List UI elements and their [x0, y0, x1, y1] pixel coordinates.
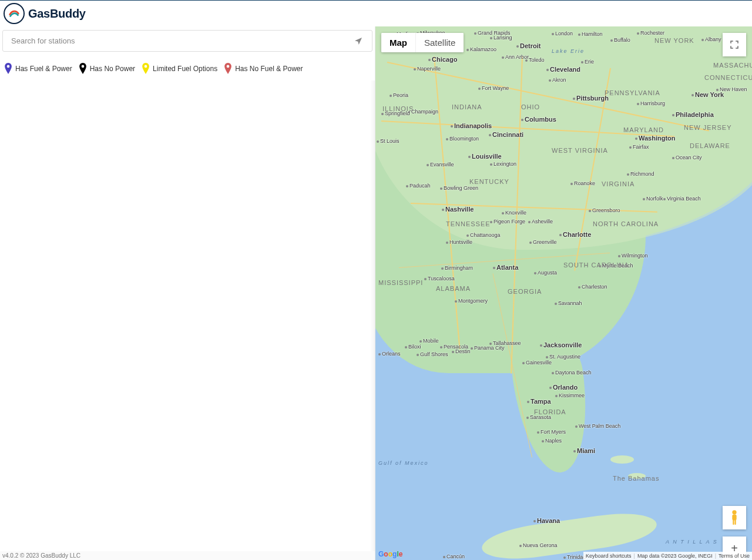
- city-dot-icon: [521, 119, 523, 121]
- city-label: Savannah: [555, 300, 582, 306]
- city-name: Wilmington: [622, 253, 648, 259]
- city-dot-icon: [691, 94, 694, 96]
- city-label: Nashville: [442, 206, 474, 213]
- keyboard-shortcuts-link[interactable]: Keyboard shortcuts: [586, 553, 632, 559]
- city-dot-icon: [663, 198, 666, 200]
- city-name: Paducah: [409, 183, 431, 189]
- city-label: Destin: [452, 348, 471, 354]
- city-dot-icon: [424, 278, 427, 280]
- city-dot-icon: [529, 242, 532, 244]
- city-dot-icon: [440, 187, 442, 190]
- city-label: Lexington: [490, 161, 516, 167]
- city-label: St Louis: [377, 138, 400, 144]
- city-label: Harrisburg: [637, 100, 665, 106]
- city-label: Cincinnati: [489, 131, 523, 138]
- city-dot-icon: [452, 351, 454, 353]
- city-label: Roanoke: [570, 180, 595, 186]
- city-dot-icon: [555, 395, 558, 397]
- city-name: Champaign: [411, 109, 438, 115]
- city-dot-icon: [427, 164, 429, 166]
- svg-point-4: [732, 510, 736, 514]
- map-type-map-button[interactable]: Map: [381, 33, 415, 52]
- city-label: Columbus: [521, 116, 556, 123]
- city-name: Greenville: [533, 239, 557, 245]
- city-label: Knoxville: [502, 210, 526, 216]
- city-dot-icon: [528, 221, 531, 223]
- city-dot-icon: [502, 212, 504, 214]
- city-dot-icon: [527, 401, 529, 403]
- pin-icon: [4, 62, 13, 75]
- city-dot-icon: [478, 88, 481, 90]
- city-dot-icon: [573, 98, 575, 100]
- state-label: NEW JERSEY: [684, 124, 732, 131]
- city-dot-icon: [502, 56, 504, 59]
- google-logo[interactable]: Google: [378, 550, 402, 558]
- city-name: Akron: [552, 77, 566, 83]
- fullscreen-button[interactable]: [723, 33, 746, 56]
- city-dot-icon: [701, 39, 704, 41]
- city-dot-icon: [468, 156, 471, 158]
- map-type-satellite-button[interactable]: Satellite: [416, 33, 464, 52]
- water-label: A N T I L L A S: [666, 539, 718, 545]
- city-label: Ann Arbor: [502, 54, 529, 60]
- terms-link[interactable]: Terms of Use: [719, 553, 750, 559]
- city-name: Chattanooga: [470, 232, 501, 238]
- city-name: Atlanta: [496, 264, 518, 271]
- city-name: Harrisburg: [640, 100, 665, 106]
- city-label: Evansville: [427, 162, 454, 167]
- city-name: Chicago: [432, 56, 457, 63]
- scrollbar[interactable]: [370, 81, 375, 560]
- pegman-button[interactable]: [723, 506, 746, 529]
- city-name: Fairfax: [633, 144, 649, 150]
- city-label: Hamilton: [578, 31, 603, 37]
- city-dot-icon: [414, 68, 416, 71]
- city-name: Jacksonville: [543, 341, 582, 348]
- city-label: Charleston: [578, 284, 607, 290]
- city-dot-icon: [637, 32, 639, 35]
- city-label: Richmond: [627, 171, 654, 177]
- city-label: Peoria: [390, 92, 408, 98]
- city-label: London: [552, 31, 573, 36]
- city-dot-icon: [489, 134, 491, 136]
- city-dot-icon: [417, 354, 419, 356]
- locate-button[interactable]: [352, 35, 365, 48]
- svg-rect-5: [732, 515, 736, 521]
- state-label: CONNECTICUT: [704, 74, 752, 81]
- city-dot-icon: [446, 242, 448, 244]
- city-name: Naples: [545, 438, 562, 444]
- city-label: Ocean City: [672, 155, 702, 160]
- city-label: Lansing: [490, 35, 512, 41]
- city-dot-icon: [443, 556, 445, 558]
- city-dot-icon: [610, 39, 613, 42]
- map-type-toggle: Map Satellite: [381, 33, 464, 52]
- city-dot-icon: [589, 210, 591, 212]
- city-name: Peoria: [393, 92, 408, 98]
- city-dot-icon: [466, 49, 469, 51]
- city-label: Montgomery: [455, 298, 488, 304]
- city-label: Jacksonville: [540, 341, 582, 348]
- city-name: Columbus: [525, 116, 556, 123]
- city-dot-icon: [466, 234, 469, 237]
- city-name: Norfolk: [646, 196, 663, 202]
- city-label: Erie: [581, 59, 594, 65]
- city-name: Sarasota: [530, 414, 551, 420]
- city-name: Daytona Beach: [555, 370, 592, 375]
- city-name: Orlando: [553, 384, 578, 391]
- city-dot-icon: [490, 221, 492, 223]
- city-dot-icon: [549, 79, 551, 82]
- city-label: Kalamazoo: [466, 46, 496, 52]
- city-dot-icon: [546, 69, 549, 71]
- city-dot-icon: [716, 89, 719, 91]
- city-label: Asheville: [528, 219, 553, 224]
- state-label: GEORGIA: [508, 288, 542, 295]
- search-input[interactable]: [10, 36, 352, 46]
- city-dot-icon: [419, 340, 422, 343]
- city-dot-icon: [522, 362, 525, 364]
- city-name: Birmingham: [445, 265, 473, 271]
- city-label: Albany: [701, 36, 721, 42]
- logo[interactable]: GasBuddy: [4, 3, 86, 24]
- city-label: Philadelphia: [672, 111, 714, 118]
- city-dot-icon: [578, 286, 580, 289]
- city-dot-icon: [672, 114, 674, 116]
- map[interactable]: ILLINOISINDIANAOHIOPENNSYLVANIAMARYLANDN…: [375, 26, 752, 560]
